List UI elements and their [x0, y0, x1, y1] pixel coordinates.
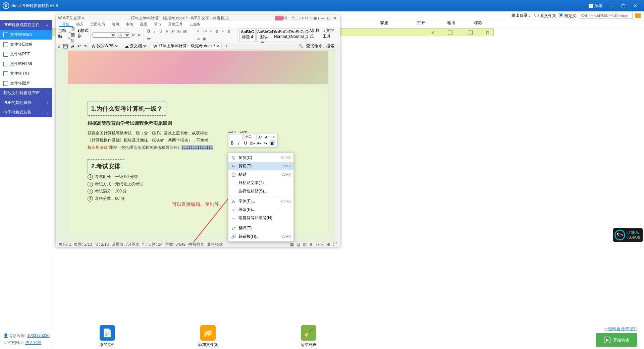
- selected-text[interactable]: 11111111111111: [181, 145, 213, 150]
- align-left-button[interactable]: ≡: [208, 28, 213, 34]
- mini-font-select[interactable]: [229, 134, 243, 140]
- maximize-button[interactable]: ▢: [617, 3, 629, 8]
- sidebar-item-to-txt[interactable]: 文件转TXT: [0, 69, 52, 78]
- underline-button[interactable]: U: [158, 28, 163, 34]
- outpath-value[interactable]: C:\Users\ADMINI~1\Desktop: [579, 13, 633, 19]
- strike-button[interactable]: A̶: [164, 28, 169, 34]
- menu-translate[interactable]: ⇄翻译(T): [228, 224, 293, 232]
- font-color-button[interactable]: A▾: [146, 36, 151, 42]
- outpath-original-radio[interactable]: 原文件夹: [534, 13, 556, 19]
- search-icon[interactable]: 🔍: [299, 44, 304, 49]
- menu-cut[interactable]: ✂剪切(T)Ctrl+X: [228, 162, 293, 170]
- shading-button[interactable]: ▦: [201, 36, 207, 42]
- doctab-cloud[interactable]: ☁ 云文档 ✕: [123, 43, 148, 49]
- tab-review[interactable]: 审阅: [122, 21, 137, 27]
- bold-button[interactable]: B: [146, 28, 151, 34]
- sidebar-group-ebook[interactable]: 电子书格式转换›: [0, 108, 52, 117]
- add-folder-button[interactable]: 📁＋ 添加文件夹: [158, 325, 258, 348]
- sidebar-item-to-word[interactable]: 文件转Word: [0, 30, 52, 40]
- mini-list-button[interactable]: ≡: [271, 134, 277, 140]
- view-web-icon[interactable]: ▤: [297, 242, 300, 247]
- tab-ref[interactable]: 引用: [108, 21, 122, 27]
- doctab-current[interactable]: W 17年上半年计算一级报考.docx * ✕: [151, 43, 222, 50]
- mini-italic-button[interactable]: I: [236, 140, 242, 146]
- docbar-print-icon[interactable]: 🖨: [71, 44, 75, 49]
- clear-list-button[interactable]: 🧹 清空列表: [258, 325, 359, 348]
- highlight-button[interactable]: ab: [182, 28, 187, 34]
- text-tools-button[interactable]: 文文字工具: [323, 28, 338, 43]
- menu-paragraph[interactable]: ≡段落(P)...: [228, 206, 293, 214]
- start-convert-button[interactable]: ▶ 开始转换: [596, 333, 637, 347]
- tab-cloud[interactable]: 云服务: [186, 21, 204, 27]
- tab-section[interactable]: 章节: [151, 21, 165, 27]
- site-link[interactable]: 进入官网: [25, 340, 41, 345]
- grow-font-button[interactable]: A⁺: [131, 33, 136, 38]
- tab-insert[interactable]: 插入: [73, 21, 87, 27]
- search-placeholder[interactable]: 查找命令、搜索...: [306, 43, 338, 49]
- wps-min-button[interactable]: —: [320, 16, 326, 20]
- sidebar-item-to-image[interactable]: 文件转图片: [0, 78, 52, 88]
- mini-shrink-button[interactable]: A⁻: [264, 134, 270, 140]
- fullscreen-button[interactable]: ⛶: [333, 242, 337, 247]
- zoom-in-button[interactable]: ⊕: [327, 242, 330, 247]
- tab-layout[interactable]: 页面布局: [87, 21, 108, 27]
- trash-icon[interactable]: 🗑: [485, 30, 489, 35]
- menu-bullets[interactable]: ≔项目符号和编号(N)...: [228, 214, 293, 222]
- style-heading4[interactable]: AaBbC标题 4: [239, 28, 256, 42]
- heading-2[interactable]: 2.考试安排: [88, 159, 124, 173]
- sidebar-group-pdf-to-other[interactable]: PDF转换成其它文件⌄: [0, 20, 52, 30]
- style-normal1[interactable]: AaBbCcDcNormal_1: [290, 28, 306, 42]
- paste-button[interactable]: 📋粘贴: [58, 28, 67, 43]
- view-outline-icon[interactable]: ▥: [303, 242, 307, 247]
- menu-button[interactable]: 菜单: [586, 2, 605, 10]
- align-center-button[interactable]: ≣: [214, 28, 219, 34]
- numbering-button[interactable]: ⋮≡: [201, 28, 207, 34]
- menu-hyperlink[interactable]: 🔗超链接(H)...Ctrl+K: [228, 232, 293, 241]
- bullets-button[interactable]: ≡: [195, 28, 201, 34]
- mini-size-select[interactable]: 小二: [243, 134, 257, 140]
- justify-button[interactable]: ≣: [226, 28, 231, 34]
- docbar-undo-icon[interactable]: ↶: [77, 44, 81, 49]
- sub-button[interactable]: X₂: [176, 28, 181, 34]
- mini-color-button[interactable]: A▾: [256, 140, 262, 146]
- wps-close-button[interactable]: ✕: [332, 16, 338, 20]
- folder-icon[interactable]: [635, 13, 641, 18]
- close-button[interactable]: ✕: [629, 3, 641, 8]
- docbar-redo-icon[interactable]: ↷: [84, 44, 87, 49]
- scrollbar[interactable]: [335, 49, 340, 242]
- heading-1[interactable]: 1.为什么要考计算机一级？: [88, 102, 166, 116]
- tab-home[interactable]: 开始: [59, 21, 73, 27]
- mini-highlight-button[interactable]: ab▾: [249, 140, 255, 146]
- menu-font[interactable]: A字体(F)...Ctrl+D: [228, 197, 293, 206]
- sidebar-group-other-to-pdf[interactable]: 其他文件转换成PDF›: [0, 88, 52, 98]
- menu-paste-special[interactable]: 选择性粘贴(S)...: [228, 187, 293, 195]
- font-family-select[interactable]: [93, 33, 116, 38]
- add-file-button[interactable]: 📄＋ 添加文件: [57, 325, 158, 348]
- tab-dev[interactable]: 开发工具: [165, 21, 186, 27]
- outpath-custom-radio[interactable]: 自定义: [559, 13, 576, 19]
- mini-grow-button[interactable]: A⁺: [257, 134, 263, 140]
- menu-paste[interactable]: 📋粘贴Ctrl+V: [228, 170, 293, 179]
- doctab-mywps[interactable]: W 我的WPS ✕: [90, 43, 120, 49]
- format-painter-button[interactable]: ◧格式刷: [77, 28, 89, 43]
- open-icon[interactable]: [448, 30, 452, 35]
- sidebar-item-to-ppt[interactable]: 文件转PPT: [0, 49, 52, 59]
- font-size-select[interactable]: 小二: [117, 33, 130, 38]
- output-icon[interactable]: [468, 30, 473, 35]
- line-spacing-button[interactable]: ↕≡: [195, 36, 201, 42]
- view-print-icon[interactable]: ▦: [290, 242, 294, 247]
- menu-paste-text[interactable]: 只粘贴文本(T): [228, 179, 293, 187]
- super-button[interactable]: X²: [170, 28, 175, 34]
- promo-link[interactable]: 一键转换 效率提升: [596, 326, 637, 332]
- shrink-font-button[interactable]: A⁻: [137, 33, 142, 38]
- mini-underline-button[interactable]: U: [243, 140, 249, 146]
- network-monitor[interactable]: 51% ↑13K/s ↓0.4K/s: [613, 228, 643, 242]
- zoom-out-button[interactable]: ⊖: [309, 242, 313, 247]
- qq-link[interactable]: 1933175230: [27, 333, 50, 338]
- mini-bold-button[interactable]: B: [229, 140, 235, 146]
- sidebar-item-to-html[interactable]: 文件转HTML: [0, 59, 52, 69]
- style-normal0[interactable]: AaBbCcDcNormal_0: [273, 28, 289, 42]
- align-right-button[interactable]: ≡: [220, 28, 225, 34]
- wps-max-button[interactable]: ▢: [326, 16, 332, 20]
- mini-align-button[interactable]: ≡▾: [263, 140, 269, 146]
